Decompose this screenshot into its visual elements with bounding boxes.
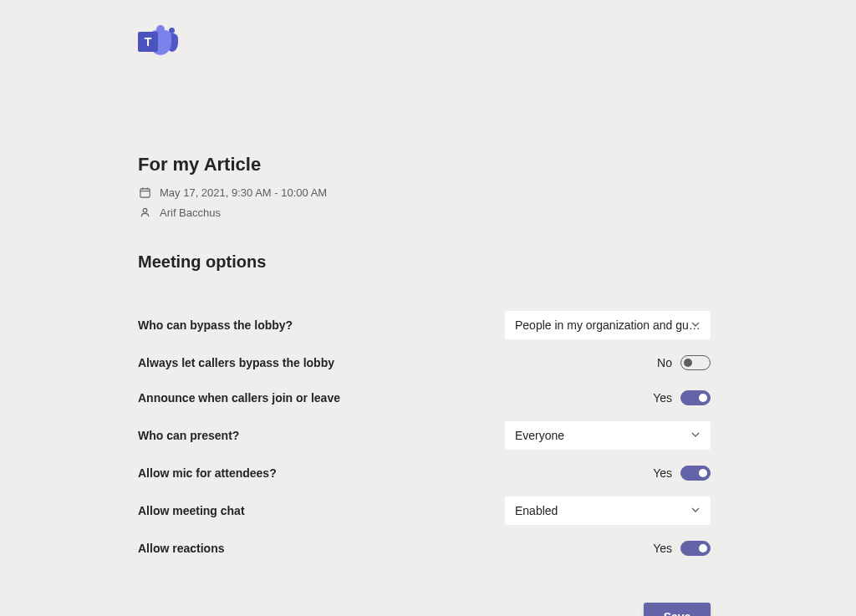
toggle-value-label: Yes [653, 391, 672, 405]
option-label: Who can present? [138, 429, 505, 442]
organizer-icon [138, 206, 151, 219]
reactions-toggle[interactable] [680, 541, 711, 556]
chevron-down-icon [690, 318, 701, 332]
toggle-value-label: No [657, 356, 672, 369]
option-allow-mic: Allow mic for attendees? Yes [138, 456, 711, 491]
callers-bypass-toggle[interactable] [680, 355, 711, 370]
option-callers-bypass: Always let callers bypass the lobby No [138, 345, 711, 380]
chevron-down-icon [690, 504, 701, 517]
announce-toggle[interactable] [680, 390, 711, 405]
save-button[interactable]: Save [644, 603, 711, 616]
svg-point-4 [143, 208, 147, 212]
toggle-value-label: Yes [653, 466, 672, 480]
meeting-chat-select[interactable]: Enabled [505, 496, 711, 525]
option-bypass-lobby: Who can bypass the lobby? People in my o… [138, 305, 711, 345]
option-label: Who can bypass the lobby? [138, 318, 505, 332]
organizer-name: Arif Bacchus [160, 206, 221, 219]
option-reactions: Allow reactions Yes [138, 531, 711, 566]
option-announce: Announce when callers join or leave Yes [138, 380, 711, 415]
meeting-title: For my Article [138, 154, 856, 176]
option-label: Always let callers bypass the lobby [138, 356, 657, 369]
bypass-lobby-select[interactable]: People in my organization and gu… [505, 311, 711, 339]
option-label: Allow mic for attendees? [138, 466, 653, 480]
option-present: Who can present? Everyone [138, 415, 711, 456]
present-select[interactable]: Everyone [505, 421, 711, 450]
svg-rect-0 [140, 188, 149, 196]
organizer-row: Arif Bacchus [138, 206, 856, 219]
option-label: Allow reactions [138, 542, 653, 555]
option-label: Announce when callers join or leave [138, 391, 653, 405]
calendar-icon [138, 186, 151, 199]
option-meeting-chat: Allow meeting chat Enabled [138, 491, 711, 531]
meeting-datetime-row: May 17, 2021, 9:30 AM - 10:00 AM [138, 186, 856, 199]
meeting-datetime: May 17, 2021, 9:30 AM - 10:00 AM [160, 186, 327, 199]
section-title: Meeting options [138, 252, 856, 272]
option-label: Allow meeting chat [138, 504, 505, 517]
teams-logo: T [138, 25, 856, 62]
toggle-value-label: Yes [653, 542, 672, 555]
allow-mic-toggle[interactable] [680, 466, 711, 481]
chevron-down-icon [690, 429, 701, 442]
